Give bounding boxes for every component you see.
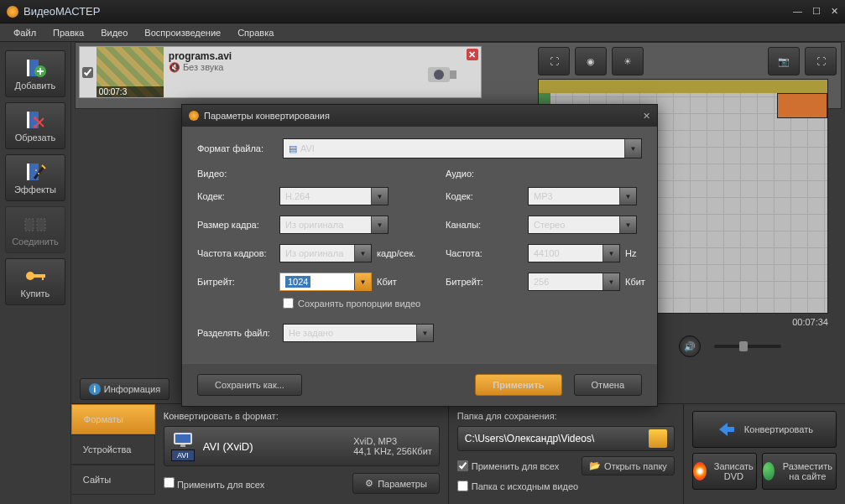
format-selector[interactable]: AVI AVI (XviD) XviD, MP3 44,1 KHz, 256Кб… (164, 426, 440, 466)
fullscreen-button[interactable]: ⛶ (805, 47, 837, 75)
chevron-down-icon: ▼ (354, 273, 371, 290)
cut-button[interactable]: Обрезать (5, 102, 65, 149)
output-tabs: Форматы Устройства Сайты (71, 404, 155, 504)
freq-unit: Hz (625, 248, 672, 258)
svg-rect-21 (180, 444, 185, 447)
dialog-close-button[interactable]: ✕ (643, 111, 650, 122)
file-format-label: Формат файла: (197, 143, 283, 153)
format-apply-all[interactable]: Применить для всех (164, 477, 264, 490)
svg-rect-20 (175, 434, 190, 443)
save-apply-all[interactable]: Применить для всех (457, 460, 559, 471)
chevron-down-icon: ▼ (619, 216, 636, 233)
effects-label: Эффекты (14, 184, 56, 195)
buy-button[interactable]: Купить (5, 258, 65, 305)
params-button[interactable]: ⚙ Параметры (352, 473, 440, 494)
join-icon (23, 214, 47, 234)
menubar: Файл Правка Видео Воспроизведение Справк… (0, 23, 845, 42)
frame-size-select[interactable]: Из оригинала▼ (279, 216, 389, 234)
save-same-folder[interactable]: Папка с исходным видео (457, 481, 578, 491)
video-bitrate-label: Битрейт: (197, 277, 279, 287)
freq-label: Частота: (446, 248, 528, 258)
menu-video[interactable]: Видео (94, 26, 134, 39)
save-header: Папка для сохранения: (457, 411, 675, 421)
effects-button[interactable]: Эффекты (5, 154, 65, 201)
file-remove-button[interactable]: ✕ (464, 47, 481, 97)
svg-rect-8 (27, 164, 29, 180)
conversion-params-dialog: Параметры конвертирования ✕ Формат файла… (181, 104, 658, 407)
save-path-field[interactable]: C:\Users\Олександр\Videos\ (457, 426, 675, 451)
close-button[interactable]: ✕ (831, 6, 838, 17)
add-button[interactable]: Добавить (5, 50, 65, 97)
dialog-logo-icon (189, 111, 199, 121)
fps-label: Частота кадров: (197, 248, 279, 258)
cancel-button[interactable]: Отмена (574, 374, 642, 396)
audio-bitrate-label: Битрейт: (446, 277, 528, 287)
brightness-button[interactable]: ☀ (612, 47, 644, 75)
chevron-down-icon: ▼ (602, 245, 619, 262)
chevron-down-icon: ▼ (624, 139, 641, 158)
open-folder-button[interactable]: 📂 Открыть папку (582, 456, 675, 475)
titlebar: ВидеоМАСТЕР — ☐ ✕ (0, 0, 845, 23)
menu-file[interactable]: Файл (7, 26, 43, 39)
add-icon (23, 58, 47, 78)
publish-button[interactable]: Разместить на сайте (762, 453, 837, 490)
join-label: Соединить (12, 236, 59, 247)
audio-bitrate-select[interactable]: 256▼ (528, 273, 620, 291)
camera-icon: 📷 (778, 56, 790, 67)
svg-point-6 (34, 125, 37, 128)
file-format-select[interactable]: ▤ AVI ▼ (283, 138, 642, 158)
key-icon (23, 266, 47, 286)
tab-sites[interactable]: Сайты (71, 465, 155, 495)
adjust-button[interactable]: ◉ (575, 47, 607, 75)
video-codec-select[interactable]: H.264▼ (279, 187, 389, 205)
fps-select[interactable]: Из оригинала▼ (279, 244, 372, 262)
split-select[interactable]: Не задано▼ (283, 324, 434, 342)
svg-rect-12 (37, 219, 45, 231)
save-as-button[interactable]: Сохранить как... (197, 374, 302, 396)
gear-icon: ⚙ (365, 478, 373, 489)
channels-select[interactable]: Стерео▼ (528, 216, 637, 234)
buy-label: Купить (21, 288, 50, 299)
info-icon: i (89, 383, 101, 395)
screen-icon (172, 431, 194, 448)
video-codec-label: Кодек: (197, 191, 279, 201)
video-bitrate-input[interactable]: 1024▼ (279, 273, 372, 291)
keep-aspect-checkbox[interactable]: Сохранять пропорции видео (283, 298, 424, 309)
folder-open-icon: 📂 (589, 460, 601, 471)
folder-icon[interactable] (649, 429, 667, 448)
info-button[interactable]: i Информация (80, 378, 170, 400)
format-name: AVI (XviD) (203, 440, 253, 453)
convert-icon (716, 419, 736, 439)
menu-help[interactable]: Справка (231, 26, 280, 39)
sidebar: Добавить Обрезать Эффекты Соединить Купи… (0, 42, 71, 504)
file-item[interactable]: 00:07:3 programs.avi 🔇 Без звука ✕ (79, 46, 482, 98)
svg-rect-1 (27, 60, 29, 76)
globe-icon (763, 462, 775, 481)
menu-playback[interactable]: Воспроизведение (138, 26, 227, 39)
freq-select[interactable]: 44100▼ (528, 244, 620, 262)
convert-button[interactable]: Конвертировать (692, 411, 837, 448)
maximize-button[interactable]: ☐ (812, 6, 821, 17)
file-checkbox[interactable] (82, 67, 93, 78)
bottom-panel: Форматы Устройства Сайты Конвертировать … (71, 403, 845, 504)
tab-devices[interactable]: Устройства (71, 434, 155, 465)
video-bitrate-unit: Кбит (377, 277, 424, 287)
apply-button[interactable]: Применить (475, 374, 561, 396)
snapshot-button[interactable]: 📷 (768, 47, 800, 75)
format-line1: XviD, MP3 (353, 436, 432, 446)
tab-formats[interactable]: Форматы (71, 404, 155, 434)
split-label: Разделять файл: (197, 328, 283, 338)
volume-slider[interactable] (714, 345, 781, 348)
fps-unit: кадр/сек. (377, 248, 424, 258)
video-section-header: Видео: (197, 169, 424, 179)
minimize-button[interactable]: — (793, 6, 802, 17)
sun-icon: ◉ (587, 56, 595, 67)
crop-button[interactable]: ⛶ (538, 47, 570, 75)
audio-codec-select[interactable]: MP3▼ (528, 187, 637, 205)
volume-button[interactable]: 🔊 (679, 335, 701, 357)
join-button: Соединить (5, 206, 65, 253)
dialog-titlebar[interactable]: Параметры конвертирования ✕ (182, 105, 657, 127)
dialog-title: Параметры конвертирования (204, 111, 330, 121)
menu-edit[interactable]: Правка (46, 26, 91, 39)
burn-dvd-button[interactable]: Записать DVD (692, 453, 757, 490)
